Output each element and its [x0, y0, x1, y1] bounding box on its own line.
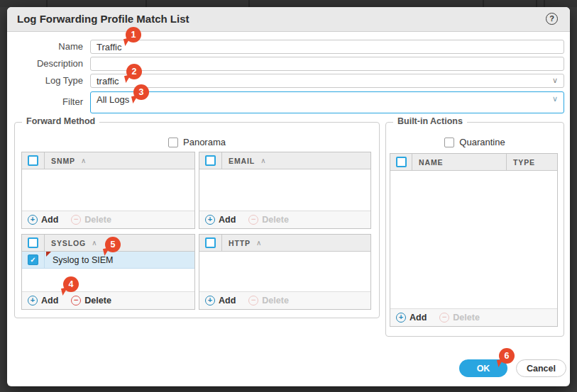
- cancel-button[interactable]: Cancel: [516, 359, 566, 377]
- delete-label: Delete: [262, 296, 289, 306]
- tab-divider: [544, 0, 545, 7]
- forward-method-legend: Forward Method: [22, 116, 99, 126]
- http-empty-list: [199, 252, 370, 291]
- minus-icon: −: [71, 215, 81, 225]
- email-checkbox-cell: [199, 152, 222, 169]
- minus-icon: −: [71, 296, 81, 306]
- email-panel: EMAIL ∧ + Add − Delete: [199, 152, 371, 229]
- step-badge-4: 4: [63, 276, 79, 292]
- dialog-title: Log Forwarding Profile Match List: [17, 7, 189, 31]
- email-select-all-checkbox[interactable]: [205, 155, 216, 166]
- tab-divider: [536, 0, 537, 7]
- built-in-actions-table-header: NAME TYPE: [390, 154, 557, 171]
- collapse-icon[interactable]: ∧: [260, 157, 265, 164]
- snmp-panel-header: SNMP ∧: [22, 152, 194, 169]
- row-checkbox-checked[interactable]: ✓: [28, 254, 38, 265]
- column-header-name: NAME: [412, 154, 507, 170]
- collapse-icon[interactable]: ∧: [256, 239, 261, 247]
- built-in-actions-legend: Built-in Actions: [393, 116, 467, 126]
- http-panel-footer: + Add − Delete: [199, 291, 370, 309]
- edited-marker-icon: [46, 252, 51, 257]
- email-add-button[interactable]: + Add: [205, 215, 236, 225]
- tab-divider: [248, 0, 250, 7]
- minus-icon: −: [248, 215, 258, 225]
- snmp-panel-title: SNMP: [51, 157, 75, 165]
- email-panel-title: EMAIL: [229, 157, 255, 165]
- plus-icon: +: [205, 215, 215, 225]
- email-panel-footer: + Add − Delete: [199, 211, 370, 228]
- http-panel-title: HTTP: [229, 239, 251, 247]
- minus-icon: −: [439, 313, 449, 323]
- syslog-select-all-checkbox[interactable]: [28, 237, 38, 248]
- email-panel-header: EMAIL ∧: [199, 152, 370, 169]
- step-badge-6: 6: [499, 348, 515, 364]
- snmp-select-all-checkbox[interactable]: [28, 155, 38, 166]
- quarantine-row: Quarantine: [386, 137, 564, 147]
- actions-checkbox-cell: [390, 154, 412, 170]
- description-input[interactable]: [90, 57, 564, 71]
- actions-add-button[interactable]: + Add: [396, 313, 427, 323]
- step-badge-3: 3: [133, 84, 149, 100]
- snmp-empty-list: [22, 169, 194, 211]
- http-delete-button[interactable]: − Delete: [248, 296, 289, 306]
- snmp-add-button[interactable]: + Add: [28, 215, 58, 225]
- plus-icon: +: [396, 313, 406, 323]
- actions-delete-button[interactable]: − Delete: [439, 313, 480, 323]
- add-label: Add: [41, 215, 58, 225]
- tab-divider: [46, 0, 48, 7]
- actions-empty-list: [390, 171, 557, 308]
- log-type-value: traffic: [97, 74, 119, 88]
- email-delete-button[interactable]: − Delete: [248, 215, 289, 225]
- tab-divider: [145, 0, 147, 7]
- syslog-delete-button[interactable]: − Delete: [71, 296, 111, 306]
- background-tab-bar: [0, 0, 577, 7]
- screen: Log Forwarding Profile Match List ? Name…: [0, 0, 577, 392]
- http-panel-header: HTTP ∧: [199, 235, 370, 252]
- log-type-label: Log Type: [7, 74, 83, 88]
- add-label: Add: [41, 296, 58, 306]
- syslog-add-button[interactable]: + Add: [28, 296, 58, 306]
- http-panel: HTTP ∧ + Add − Delete: [199, 234, 371, 310]
- syslog-profile-name: Syslog to SIEM: [53, 255, 113, 265]
- chevron-down-icon: ∨: [552, 94, 558, 103]
- http-select-all-checkbox[interactable]: [205, 237, 216, 248]
- snmp-checkbox-cell: [22, 152, 45, 169]
- log-type-select[interactable]: traffic ∨: [90, 74, 564, 88]
- filter-label: Filter: [7, 95, 83, 109]
- snmp-delete-button[interactable]: − Delete: [71, 215, 111, 225]
- filter-value: All Logs: [97, 94, 129, 106]
- syslog-panel-title: SYSLOG: [51, 239, 86, 247]
- plus-icon: +: [28, 215, 38, 225]
- row-name-cell: Syslog to SIEM: [45, 252, 194, 268]
- add-label: Add: [410, 313, 427, 323]
- delete-label: Delete: [84, 215, 111, 225]
- chevron-down-icon: ∨: [552, 76, 558, 85]
- http-add-button[interactable]: + Add: [205, 296, 236, 306]
- plus-icon: +: [28, 296, 38, 306]
- built-in-actions-group: Built-in Actions Quarantine NAME TYPE + …: [385, 122, 564, 337]
- minus-icon: −: [248, 296, 258, 306]
- syslog-panel-footer: + Add − Delete: [22, 291, 194, 309]
- name-label: Name: [7, 40, 83, 54]
- plus-icon: +: [205, 296, 215, 306]
- panorama-row: Panorama: [15, 137, 379, 147]
- panorama-label: Panorama: [183, 137, 226, 147]
- delete-label: Delete: [453, 313, 480, 323]
- snmp-panel: SNMP ∧ + Add − Delete: [21, 152, 195, 229]
- panorama-checkbox[interactable]: [168, 138, 178, 147]
- name-input[interactable]: [90, 40, 564, 54]
- tab-divider: [483, 0, 484, 7]
- quarantine-label: Quarantine: [459, 137, 505, 147]
- actions-select-all-checkbox[interactable]: [396, 157, 407, 167]
- syslog-list: ✓ Syslog to SIEM: [22, 252, 194, 291]
- dialog-header: Log Forwarding Profile Match List ?: [7, 7, 570, 32]
- http-checkbox-cell: [199, 235, 222, 251]
- built-in-actions-table: NAME TYPE + Add − Delete: [390, 153, 558, 327]
- filter-select[interactable]: All Logs ∨: [90, 91, 564, 113]
- delete-label: Delete: [262, 215, 289, 225]
- collapse-icon[interactable]: ∧: [81, 157, 86, 164]
- quarantine-checkbox[interactable]: [444, 138, 454, 147]
- collapse-icon[interactable]: ∧: [92, 239, 97, 247]
- help-icon[interactable]: ?: [546, 13, 558, 25]
- step-badge-1: 1: [126, 27, 141, 43]
